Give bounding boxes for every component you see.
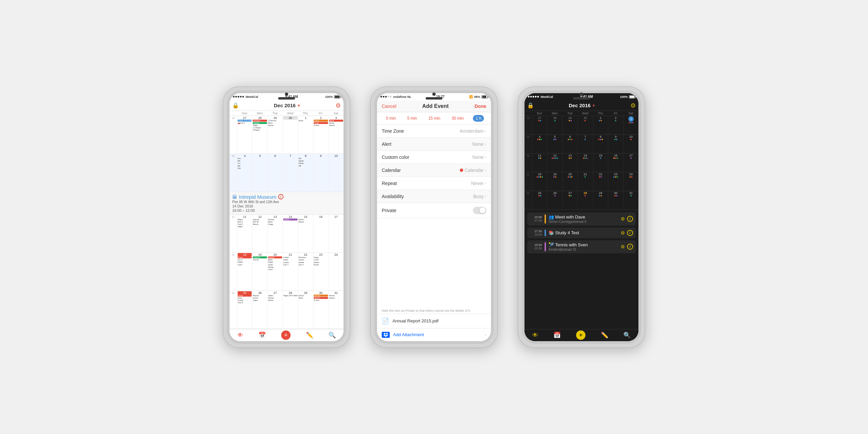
day-27-nov[interactable]: 27 Flight CPT-AMS 🚗Car C [237,116,252,154]
day-4-dec[interactable]: 4 Pre Me Lur Me Stu [237,154,252,192]
battery-icon-2 [482,95,488,98]
info-icon[interactable]: i [278,194,283,199]
private-toggle[interactable] [473,207,486,214]
calendar-value: Calendar › [460,167,486,173]
dark-week-51: 51 18 19 20 21 22 23 24 [525,172,639,191]
dot1 [233,96,235,97]
day-thu: Thu [298,111,313,116]
calendar-row[interactable]: Calendar Calendar › [377,164,491,177]
event-start-3: 19:30 [530,243,542,247]
week-num-49: 49 [229,116,237,154]
availability-label: Availability [382,194,404,199]
cancel-button[interactable]: Cancel [382,103,397,109]
eye-icon[interactable]: 👁 [237,332,243,339]
alert-0min[interactable]: 0 min [384,115,398,121]
selected-event-title: 🏛 Intrepid Museum i [232,194,341,200]
dot3 [532,96,534,97]
selected-event-sub: Pier 86 W 46th St and 12th Ave [232,200,341,204]
settings-list: Time Zone Amsterdam › Alert None › [377,125,491,308]
day-fri: Fri [313,111,328,116]
event-gear-icon-2[interactable]: ⚙ [621,230,625,236]
dark-week-52: 52 25 26 27 28 29 30 31 [525,191,639,210]
alert-15min[interactable]: 15 min [426,115,442,121]
dot2 [235,96,237,97]
day-7-dec[interactable]: 7 [282,154,298,192]
repeat-row[interactable]: Repeat Never › [377,177,491,190]
event-info-icon-1[interactable]: i [627,216,633,222]
event-gear-icon-3[interactable]: ⚙ [621,244,625,249]
cal-header-1: 🔒 Dec 2016 ▼ ⚙ [229,100,343,111]
phone1: WeekCal 9:41 AM 100% 🔒 Dec 2016 ▼ ⚙ [223,87,350,348]
selected-event-time: 10:00 – 12:00 [232,209,341,213]
event-time-block-3: 19:30 22:30 [530,243,542,250]
day-thu-3: Thu [593,111,608,116]
battery-label-2: 86% [474,95,480,98]
event-gear-icon-1[interactable]: ⚙ [621,216,625,221]
event-info-icon-2[interactable]: i [627,230,633,236]
alert-label: Alert [382,142,392,147]
week-51: 51 11FlightBus 2Cab 2Flight 12AstoriaIPO… [229,215,343,253]
search-icon-3[interactable]: 🔍 [623,332,631,339]
alert-row[interactable]: Alert None › [377,138,491,151]
edit-icon-3[interactable]: ✏️ [601,332,608,339]
status-left-2: vodafone NL [380,95,411,98]
eye-icon-3[interactable]: 👁 [532,332,538,339]
day-8-dec[interactable]: 8 Pill Apple Study Pill [298,154,313,192]
gear-icon[interactable]: ⚙ [336,102,341,109]
attachment-row[interactable]: 📄 Annual Report 2015.pdf [377,314,491,329]
event-time-block-1: 10:00 17:00 [530,216,542,222]
day-28-nov[interactable]: 28 Holiday Pacific Table 🛒Shops ✈Plane [252,116,267,154]
event-card-3[interactable]: 19:30 22:30 🎾 Tennis with Sven Kinderdij… [527,240,636,253]
month-arrow: ▼ [297,103,301,107]
day-mon: Mon [252,111,267,116]
week-53: 53 25HolidHarp.GrandThe R 26PlumwFransCa… [229,291,343,329]
search-icon[interactable]: 🔍 [329,332,336,339]
phone2-inner: vodafone NL 19:27 📶 86% Cancel Add Event… [374,91,494,344]
phone1-top [278,93,295,99]
dot3 [385,96,387,97]
dark-week-49: 49 4 5 6 7 8 9 10 [525,135,639,154]
phone3: WeekCal 9:41 AM 100% 🔒 Dec 2016 ▼ ⚙ [518,87,645,348]
day-sat: Sat [329,111,343,116]
add-icon[interactable]: + [281,331,290,340]
repeat-value: Never › [471,181,486,186]
day-2-dec[interactable]: 2 Laun. Train A-Fus [313,116,328,154]
dot1 [528,96,529,97]
week-num-52: 52 [229,253,237,290]
event-info-icon-3[interactable]: i [627,244,633,250]
chevron-icon-2: › [485,142,486,147]
day-header-row-3: Sun Mon Tue Wed Thu Fri Sat [525,111,639,116]
day-5-dec[interactable]: 5 [252,154,267,192]
battery-fill-3 [630,96,634,98]
repeat-label: Repeat [382,181,397,186]
day-3-dec[interactable]: 3 Meet Study Tennis [329,116,343,154]
month-title: Dec 2016 ▼ [274,102,301,108]
event-card-2[interactable]: 17:30 19:00 📚 Study 4 Test ⚙ i [527,227,636,238]
day-9-dec[interactable]: 9 [313,154,328,192]
day-6-dec[interactable]: 6 [268,154,282,192]
calendar-icon[interactable]: 📅 [258,332,266,339]
custom-color-row[interactable]: Custom color None › [377,151,491,164]
alert-30min[interactable]: 30 min [450,115,466,121]
day-mon-3: Mon [547,111,562,116]
week-num-53: 53 [229,291,237,329]
alert-5min[interactable]: 5 min [405,115,419,121]
alert-1h[interactable]: 1 h [473,115,484,122]
day-29-nov[interactable]: 29 🎾Tennis Wine Dinne [268,116,282,154]
gear-icon-3[interactable]: ⚙ [630,102,636,109]
private-label: Private [382,208,397,213]
edit-icon[interactable]: ✏️ [306,332,313,339]
day-10-dec[interactable]: 10 [329,154,343,192]
event-title-2: 📚 Study 4 Test [549,230,618,235]
day-fri-3: Fri [608,111,623,116]
add-attachment-row[interactable]: Add Attachment › [377,329,491,341]
dot4 [240,96,242,97]
day-30-nov[interactable]: 30 [282,116,298,154]
done-button[interactable]: Done [474,103,486,109]
timezone-row[interactable]: Time Zone Amsterdam › [377,125,491,138]
availability-row[interactable]: Availability Busy › [377,190,491,203]
day-1-dec[interactable]: 1 Drink [298,116,313,154]
event-card-1[interactable]: 10:00 17:00 👥 Meet with Dave Simon Carmi… [527,213,636,225]
add-button-3[interactable]: + [576,331,586,340]
calendar-icon-3[interactable]: 📅 [553,332,561,339]
